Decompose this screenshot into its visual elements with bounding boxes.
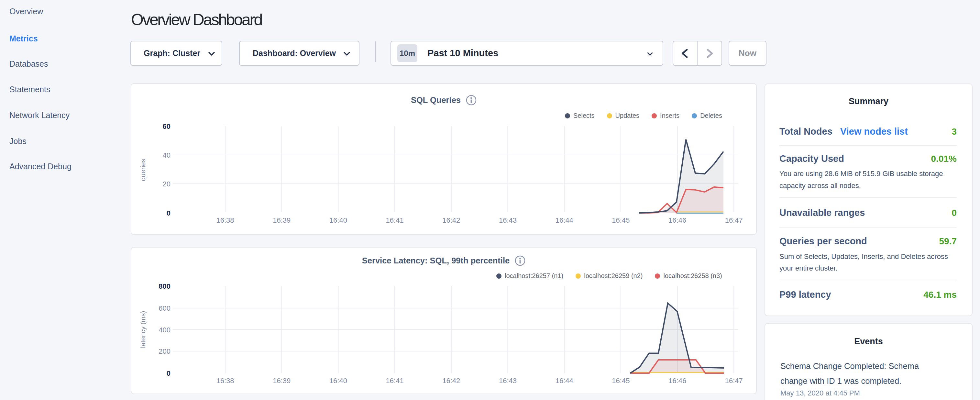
svg-text:16:41: 16:41 [386,216,404,224]
svg-text:latency (ms): latency (ms) [139,311,146,348]
svg-text:16:38: 16:38 [216,216,234,224]
svg-text:16:41: 16:41 [386,377,404,385]
svg-text:20: 20 [163,180,170,188]
svg-text:16:43: 16:43 [499,377,517,385]
svg-text:16:47: 16:47 [725,216,743,224]
svg-text:60: 60 [163,122,170,131]
svg-text:16:43: 16:43 [499,216,517,224]
svg-text:16:45: 16:45 [612,377,630,385]
svg-text:16:42: 16:42 [442,216,460,224]
svg-text:16:40: 16:40 [329,216,347,224]
svg-text:16:38: 16:38 [216,377,234,385]
svg-text:400: 400 [159,326,170,334]
svg-text:16:46: 16:46 [668,377,686,385]
svg-text:40: 40 [163,151,170,159]
svg-text:800: 800 [159,282,170,290]
svg-text:0: 0 [167,369,170,377]
svg-text:600: 600 [159,304,170,312]
svg-text:16:40: 16:40 [329,377,347,385]
svg-text:16:44: 16:44 [555,216,573,224]
svg-text:200: 200 [159,347,170,355]
svg-text:16:45: 16:45 [612,216,630,224]
svg-text:16:47: 16:47 [725,377,743,385]
svg-text:queries: queries [139,159,146,181]
svg-text:16:44: 16:44 [555,377,573,385]
svg-text:16:39: 16:39 [273,377,291,385]
svg-text:16:42: 16:42 [442,377,460,385]
svg-text:16:46: 16:46 [668,216,686,224]
svg-text:16:39: 16:39 [273,216,291,224]
svg-text:0: 0 [167,209,170,217]
